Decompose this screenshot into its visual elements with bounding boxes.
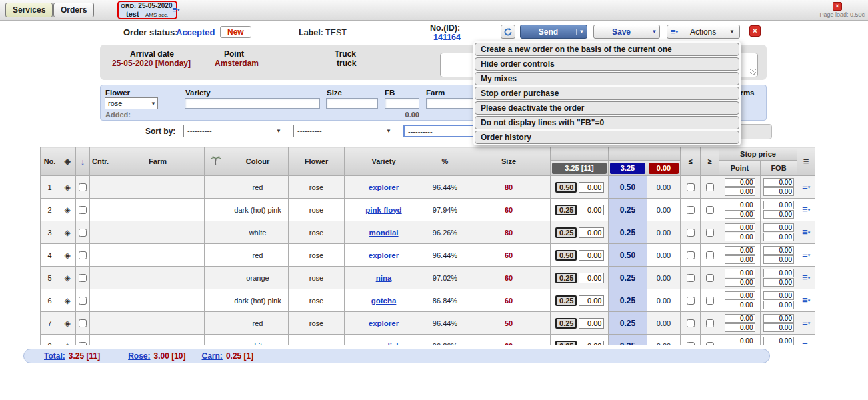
stop-fob-input-bottom[interactable] [763,301,794,309]
actions-menu-item[interactable]: Hide order controls [475,57,739,71]
row-flag1-checkbox[interactable] [687,229,695,237]
col-header-sort[interactable]: ↓ [76,147,90,176]
row-flag2-checkbox[interactable] [706,274,714,282]
stop-point-input-bottom[interactable] [725,233,755,241]
row-flag1-checkbox[interactable] [687,274,695,282]
save-button[interactable]: Save ▼ [593,25,660,39]
actions-menu-item[interactable]: Please deactivate the order [475,101,739,115]
send-dropdown-icon[interactable]: ▼ [576,29,587,35]
new-status-button[interactable]: New [220,26,251,38]
row-menu-icon[interactable]: ≡▾ [802,341,810,345]
row-menu-icon[interactable]: ≡▾ [802,205,810,214]
close-icon[interactable]: × [833,2,842,11]
row-flag1-checkbox[interactable] [687,319,695,327]
row-menu-icon[interactable]: ≡▾ [802,273,810,282]
row-checkbox[interactable] [79,297,87,305]
row-menu-icon[interactable]: ≡▾ [802,296,810,305]
ord-menu-icon[interactable]: ≡▾ [173,7,180,13]
actions-dropdown-icon[interactable]: ▼ [728,29,736,35]
stop-fob-input-bottom[interactable] [763,323,794,332]
row-menu-icon[interactable]: ≡▾ [802,251,810,259]
row-menu-icon[interactable]: ≡▾ [802,183,810,191]
services-button[interactable]: Services [5,3,53,17]
actions-menu-item[interactable]: Do not display lines with "FB"=0 [475,116,739,129]
price-input[interactable] [579,318,604,329]
variety-link[interactable]: explorer [369,183,399,191]
row-checkbox[interactable] [79,319,87,327]
row-flag1-checkbox[interactable] [687,297,695,305]
row-checkbox[interactable] [79,183,87,191]
variety-link[interactable]: mondial [369,229,398,237]
row-menu-icon[interactable]: ≡▾ [802,228,810,237]
close-order-icon[interactable]: × [749,25,761,37]
row-flag1-checkbox[interactable] [687,342,695,345]
variety-link[interactable]: gotcha [371,297,397,305]
fb-filter-input[interactable] [385,98,419,109]
price-input[interactable] [579,182,604,193]
row-flag2-checkbox[interactable] [706,229,714,237]
row-flag2-checkbox[interactable] [706,297,714,305]
total-link[interactable]: Total: [44,351,65,361]
price-input[interactable] [579,273,604,283]
row-menu-icon[interactable]: ≡▾ [802,319,810,327]
price-input[interactable] [579,295,604,306]
stop-fob-input-bottom[interactable] [763,187,794,196]
rose-link[interactable]: Rose: [128,351,150,361]
flower-select[interactable]: rose ▼ [105,97,158,109]
actions-menu-item[interactable]: My mixes [475,72,739,85]
stop-point-input-top[interactable] [725,291,755,300]
actions-menu-item[interactable]: Order history [475,131,739,144]
row-flag2-checkbox[interactable] [706,319,714,327]
row-flag1-checkbox[interactable] [687,251,695,259]
stop-point-input-top[interactable] [725,178,755,187]
stop-point-input-top[interactable] [725,246,755,255]
stop-point-input-bottom[interactable] [725,187,755,196]
current-order-box[interactable]: ORD: 25-05-2020 test AMS acc. ≡▾ [117,1,177,19]
stop-point-input-top[interactable] [725,269,755,277]
stop-fob-input-top[interactable] [763,314,794,323]
row-checkbox[interactable] [79,206,87,214]
stop-fob-input-top[interactable] [763,246,794,255]
row-checkbox[interactable] [79,274,87,282]
stop-point-input-bottom[interactable] [725,255,755,264]
sort-select-2[interactable]: ---------- ▼ [293,125,393,137]
variety-filter-input[interactable] [185,98,320,109]
stop-point-input-top[interactable] [725,201,755,209]
stop-fob-input-bottom[interactable] [763,255,794,264]
variety-link[interactable]: pink floyd [365,206,401,214]
stop-fob-input-bottom[interactable] [763,210,794,219]
row-checkbox[interactable] [79,342,87,345]
stop-point-input-bottom[interactable] [725,210,755,219]
orders-button[interactable]: Orders [53,3,94,17]
row-checkbox[interactable] [79,229,87,237]
stop-fob-input-top[interactable] [763,201,794,209]
actions-menu-item[interactable]: Create a new order on the basis of the c… [475,43,739,56]
row-flag2-checkbox[interactable] [706,251,714,259]
stop-fob-input-top[interactable] [763,291,794,300]
price-input[interactable] [579,250,604,261]
variety-link[interactable]: mondial [369,342,398,346]
refresh-button[interactable] [501,25,515,39]
stop-point-input-bottom[interactable] [725,278,755,287]
stop-fob-input-bottom[interactable] [763,278,794,287]
variety-link[interactable]: explorer [369,319,399,327]
price-input[interactable] [579,341,604,346]
stop-fob-input-top[interactable] [763,269,794,277]
actions-menu-item[interactable]: Stop order purchase [475,87,739,100]
stop-fob-input-top[interactable] [763,223,794,232]
stop-point-input-top[interactable] [725,337,755,345]
actions-button[interactable]: ≡▾ Actions ▼ [667,25,740,39]
row-flag1-checkbox[interactable] [687,206,695,214]
row-flag1-checkbox[interactable] [687,183,695,191]
stop-fob-input-top[interactable] [763,337,794,345]
stop-point-input-bottom[interactable] [725,323,755,332]
row-checkbox[interactable] [79,251,87,259]
price-input[interactable] [579,227,604,238]
send-button[interactable]: Send ▼ [520,25,587,39]
row-flag2-checkbox[interactable] [706,206,714,214]
sort-select-1[interactable]: ---------- ▼ [183,125,283,137]
price-input[interactable] [579,205,604,215]
size-filter-input[interactable] [326,98,378,109]
stop-fob-input-top[interactable] [763,178,794,187]
carn-link[interactable]: Carn: [202,351,223,361]
